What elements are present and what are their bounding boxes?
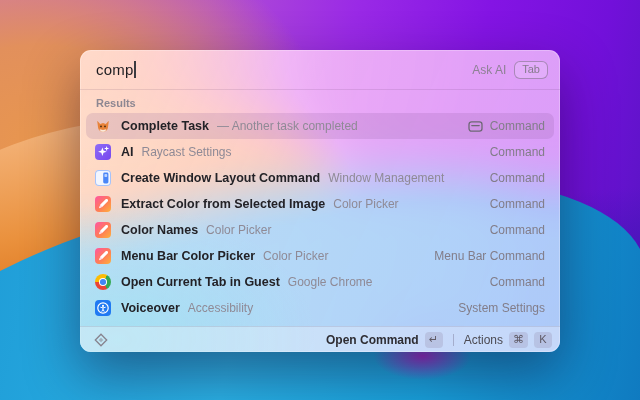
open-command-button[interactable]: Open Command [326, 333, 419, 347]
accessibility-icon [95, 300, 111, 316]
result-row[interactable]: Complete Task — Another task completed C… [86, 113, 554, 139]
result-row[interactable]: Open Current Tab in Guest Google Chrome … [86, 269, 554, 295]
result-subtitle: Color Picker [206, 223, 271, 237]
result-title: Complete Task [121, 119, 209, 133]
result-title: AI [121, 145, 134, 159]
result-type-label: Command [490, 119, 545, 133]
tab-key-badge: Tab [514, 61, 548, 79]
result-subtitle: Window Management [328, 171, 444, 185]
desktop: comp Ask AI Tab Results Complete Task — … [0, 0, 640, 400]
color-picker-icon [95, 248, 111, 264]
result-type-label: Menu Bar Command [434, 249, 545, 263]
search-bar[interactable]: comp Ask AI Tab [80, 50, 560, 90]
k-key-badge: K [534, 332, 552, 348]
actions-button[interactable]: Actions [464, 333, 503, 347]
result-row[interactable]: Extract Color from Selected Image Color … [86, 191, 554, 217]
result-title: Extract Color from Selected Image [121, 197, 325, 211]
window-layout-icon [95, 170, 111, 186]
result-subtitle: Accessibility [188, 301, 253, 315]
result-row[interactable]: Menu Bar Color Picker Color Picker Menu … [86, 243, 554, 269]
results-list: Complete Task — Another task completed C… [80, 113, 560, 326]
raycast-window: comp Ask AI Tab Results Complete Task — … [80, 50, 560, 352]
result-type-label: Command [490, 275, 545, 289]
raycast-logo-icon [92, 331, 110, 349]
color-picker-icon [95, 196, 111, 212]
return-key-badge: ↵ [425, 332, 443, 348]
footer-divider [453, 334, 454, 346]
result-title: Menu Bar Color Picker [121, 249, 255, 263]
color-picker-icon [95, 222, 111, 238]
result-row[interactable]: Create Window Layout Command Window Mana… [86, 165, 554, 191]
result-title: Color Names [121, 223, 198, 237]
result-title: Open Current Tab in Guest [121, 275, 280, 289]
command-key-badge: ⌘ [509, 332, 528, 348]
result-type-label: System Settings [458, 301, 545, 315]
result-type-label: Command [490, 197, 545, 211]
result-row[interactable]: Color Names Color Picker Command [86, 217, 554, 243]
text-cursor [134, 61, 136, 78]
keyboard-icon [468, 120, 483, 133]
result-subtitle: Google Chrome [288, 275, 373, 289]
result-type-label: Command [490, 171, 545, 185]
results-header: Results [80, 90, 560, 113]
footer-bar: Open Command ↵ Actions ⌘ K [80, 326, 560, 352]
result-type-label: Command [490, 223, 545, 237]
search-input[interactable]: comp [96, 61, 133, 78]
result-type-label: Command [490, 145, 545, 159]
chrome-icon [95, 274, 111, 290]
raycast-ai-icon [95, 144, 111, 160]
result-subtitle: Raycast Settings [142, 145, 232, 159]
result-subtitle: — Another task completed [217, 119, 358, 133]
fox-icon [95, 118, 111, 134]
result-row[interactable]: AI Raycast Settings Command [86, 139, 554, 165]
result-subtitle: Color Picker [263, 249, 328, 263]
ask-ai-label[interactable]: Ask AI [472, 63, 506, 77]
result-title: Create Window Layout Command [121, 171, 320, 185]
result-title: Voiceover [121, 301, 180, 315]
results-section: Results Complete Task — Another task com… [80, 90, 560, 326]
result-row[interactable]: Voiceover Accessibility System Settings [86, 295, 554, 321]
result-subtitle: Color Picker [333, 197, 398, 211]
